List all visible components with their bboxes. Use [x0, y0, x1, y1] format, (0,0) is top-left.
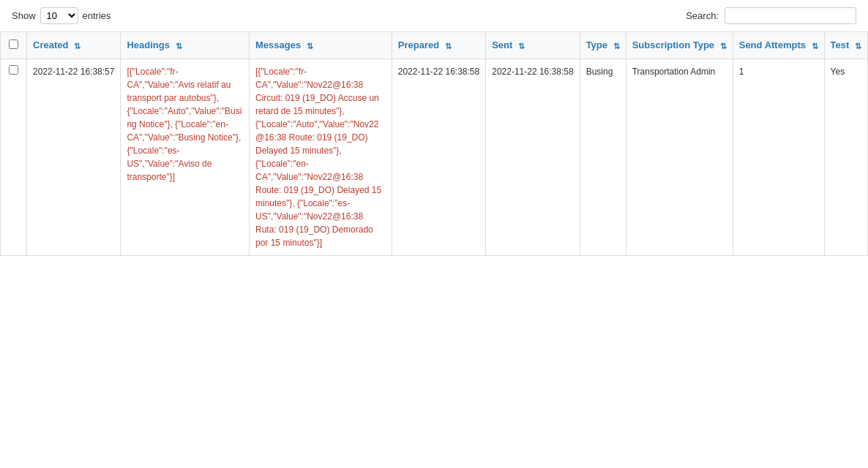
table-row: 2022-11-22 16:38:57[{"Locale":"fr-CA","V… — [1, 59, 868, 256]
search-label: Search: — [686, 10, 719, 21]
sort-created-icon[interactable]: ⇅ — [74, 42, 81, 51]
sort-messages-icon[interactable]: ⇅ — [307, 42, 313, 51]
table-wrapper: Created ⇅ Headings ⇅ Messages ⇅ Prepared… — [0, 31, 868, 256]
header-send-attempts[interactable]: Send Attempts ⇅ — [733, 32, 824, 59]
data-table: Created ⇅ Headings ⇅ Messages ⇅ Prepared… — [0, 31, 868, 256]
row-sent: 2022-11-22 16:38:58 — [486, 59, 580, 256]
sort-send-attempts-icon[interactable]: ⇅ — [812, 42, 818, 51]
header-checkbox-col — [1, 32, 27, 59]
table-body: 2022-11-22 16:38:57[{"Locale":"fr-CA","V… — [1, 59, 868, 256]
search-control: Search: — [686, 7, 856, 24]
show-entries-control: Show 10 25 50 100 entries — [12, 7, 111, 24]
top-bar: Show 10 25 50 100 entries Search: — [0, 0, 868, 31]
header-sent[interactable]: Sent ⇅ — [486, 32, 580, 59]
sort-subscription-type-icon[interactable]: ⇅ — [720, 42, 727, 51]
row-send-attempts: 1 — [733, 59, 824, 256]
header-type[interactable]: Type ⇅ — [580, 32, 626, 59]
row-messages: [{"Locale":"fr-CA","Value":"Nov22@16:38 … — [250, 59, 392, 256]
sort-sent-icon[interactable]: ⇅ — [518, 42, 525, 51]
select-all-checkbox[interactable] — [9, 39, 18, 49]
header-created[interactable]: Created ⇅ — [27, 32, 121, 59]
header-subscription-type[interactable]: Subscription Type ⇅ — [626, 32, 733, 59]
header-headings[interactable]: Headings ⇅ — [121, 32, 250, 59]
row-test: Yes — [824, 59, 867, 256]
row-checkbox[interactable] — [9, 65, 18, 75]
entries-label: entries — [83, 10, 111, 21]
row-checkbox-cell — [1, 59, 27, 256]
search-input[interactable] — [725, 7, 856, 24]
row-prepared: 2022-11-22 16:38:58 — [392, 59, 485, 256]
table-header-row: Created ⇅ Headings ⇅ Messages ⇅ Prepared… — [1, 32, 868, 59]
show-label: Show — [12, 10, 36, 21]
header-test[interactable]: Test ⇅ — [824, 32, 867, 59]
entries-select[interactable]: 10 25 50 100 — [40, 7, 78, 24]
row-headings: [{"Locale":"fr-CA","Value":"Avis relatif… — [121, 59, 250, 256]
header-messages[interactable]: Messages ⇅ — [250, 32, 392, 59]
row-subscription-type: Transportation Admin — [626, 59, 733, 256]
header-prepared[interactable]: Prepared ⇅ — [392, 32, 485, 59]
sort-prepared-icon[interactable]: ⇅ — [445, 42, 452, 51]
row-type: Busing — [580, 59, 626, 256]
sort-test-icon[interactable]: ⇅ — [855, 42, 861, 51]
sort-headings-icon[interactable]: ⇅ — [176, 42, 182, 51]
sort-type-icon[interactable]: ⇅ — [613, 42, 620, 51]
row-created: 2022-11-22 16:38:57 — [27, 59, 121, 256]
